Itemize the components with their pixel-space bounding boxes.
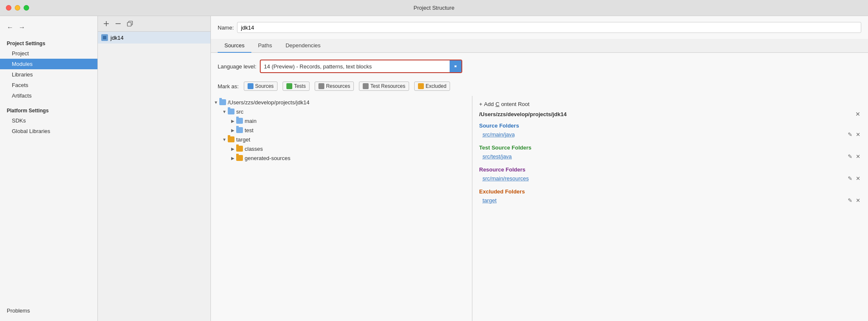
source-folder-path-0: src/main/java (483, 131, 515, 138)
test-source-folders-section: Test Source Folders src/test/java ✎ ✕ (479, 144, 861, 160)
sidebar-item-problems[interactable]: Problems (0, 304, 97, 316)
sidebar-item-facets-label: Facets (12, 82, 28, 88)
excluded-folder-edit-button-0[interactable]: ✎ (847, 197, 853, 204)
sidebar-divider2 (0, 136, 97, 140)
test-folder-path-0: src/test/java (483, 153, 512, 160)
excluded-folder-entry-0: target ✎ ✕ (479, 196, 861, 204)
excluded-folder-actions-0: ✎ ✕ (847, 197, 861, 204)
right-panel: Name: Sources Paths Dependencies Languag… (211, 16, 868, 321)
add-content-root-label: Add (484, 101, 494, 107)
tree-generated-arrow (229, 155, 236, 161)
mark-as-test-resources-label: Test Resources (370, 83, 405, 89)
mark-as-excluded-button[interactable]: Excluded (414, 82, 450, 91)
sidebar-item-artifacts-label: Artifacts (12, 92, 32, 99)
back-button[interactable]: ← (5, 23, 15, 32)
language-level-select[interactable]: 14 (Preview) - Records, patterns, text b… (261, 61, 450, 72)
sidebar-item-facets[interactable]: Facets (0, 80, 97, 90)
source-folder-edit-button-0[interactable]: ✎ (847, 131, 853, 138)
tree-item-test[interactable]: test (211, 125, 472, 135)
tree-item-src[interactable]: src (211, 107, 472, 116)
tree-root-item[interactable]: /Users/zzs/develop/projects/jdk14 (211, 98, 472, 107)
tree-src-label: src (236, 109, 243, 115)
test-folder-remove-button-0[interactable]: ✕ (855, 153, 861, 160)
language-level-select-wrapper[interactable]: 14 (Preview) - Records, patterns, text b… (260, 60, 462, 73)
sidebar-item-project[interactable]: Project (0, 48, 97, 59)
sidebar-item-modules[interactable]: Modules (0, 59, 97, 69)
language-level-arrow[interactable] (450, 60, 461, 72)
close-button[interactable] (6, 5, 11, 11)
add-content-root-underline-label: C (496, 101, 499, 107)
source-folder-remove-button-0[interactable]: ✕ (855, 131, 861, 138)
resource-folder-entry-0: src/main/resources ✎ ✕ (479, 174, 861, 182)
add-content-root-plus: + (479, 101, 483, 107)
minimize-button[interactable] (15, 5, 20, 11)
mark-as-sources-button[interactable]: Sources (244, 82, 278, 91)
tree-item-main[interactable]: main (211, 116, 472, 125)
mark-as-row: Mark as: Sources Tests Resources Test Re… (211, 80, 868, 96)
forward-button[interactable]: → (17, 23, 27, 32)
excluded-folder-remove-button-0[interactable]: ✕ (855, 197, 861, 204)
mark-as-resources-button[interactable]: Resources (315, 82, 354, 91)
nav-buttons: ← → (0, 21, 97, 37)
tree-main-arrow (229, 117, 236, 124)
mark-as-resources-label: Resources (326, 83, 350, 89)
mark-as-excluded-label: Excluded (426, 83, 446, 89)
sidebar-divider (0, 101, 97, 104)
resource-folder-remove-button-0[interactable]: ✕ (855, 175, 861, 182)
folder-icon-main (236, 118, 243, 124)
middle-panel: jdk14 (98, 16, 211, 321)
tree-item-target[interactable]: target (211, 135, 472, 144)
content-root-path-row: /Users/zzs/develop/projects/jdk14 ✕ (479, 111, 861, 117)
test-resources-icon (363, 83, 369, 89)
sdk-item-name: jdk14 (111, 35, 124, 41)
info-panel: + Add C ontent Root /Users/zzs/develop/p… (472, 96, 868, 321)
mark-as-test-resources-button[interactable]: Test Resources (359, 82, 409, 91)
resource-folder-actions-0: ✎ ✕ (847, 175, 861, 182)
remove-module-button[interactable] (113, 19, 123, 29)
content-root-close-button[interactable]: ✕ (855, 111, 861, 117)
svg-rect-3 (127, 22, 131, 26)
tab-paths[interactable]: Paths (251, 39, 279, 53)
tree-generated-label: generated-sources (245, 155, 290, 161)
maximize-button[interactable] (24, 5, 29, 11)
test-folder-entry-0: src/test/java ✎ ✕ (479, 152, 861, 160)
tree-test-arrow (229, 127, 236, 133)
tree-test-label: test (245, 127, 253, 133)
name-input[interactable] (237, 22, 861, 33)
sdk-list-item[interactable]: jdk14 (98, 32, 210, 44)
resource-folder-edit-button-0[interactable]: ✎ (847, 175, 853, 182)
mark-as-label: Mark as: (218, 83, 239, 90)
tree-item-generated-sources[interactable]: generated-sources (211, 153, 472, 163)
resources-icon (318, 83, 324, 89)
main-layout: ← → Project Settings Project Modules Lib… (0, 16, 868, 321)
language-level-row: Language level: 14 (Preview) - Records, … (211, 53, 868, 80)
test-source-folders-title: Test Source Folders (479, 144, 861, 151)
sidebar: ← → Project Settings Project Modules Lib… (0, 16, 98, 321)
tree-classes-arrow (229, 145, 236, 152)
sdk-icon (101, 34, 108, 41)
tree-target-arrow (221, 136, 228, 143)
sidebar-item-modules-label: Modules (12, 61, 32, 67)
tree-root-label: /Users/zzs/develop/projects/jdk14 (228, 99, 310, 106)
sidebar-item-libraries-label: Libraries (12, 71, 33, 78)
test-folder-edit-button-0[interactable]: ✎ (847, 153, 853, 160)
sidebar-item-artifacts[interactable]: Artifacts (0, 90, 97, 101)
tree-target-label: target (236, 136, 250, 143)
sidebar-item-sdks[interactable]: SDKs (0, 115, 97, 126)
sidebar-item-project-label: Project (12, 50, 29, 57)
sidebar-item-libraries[interactable]: Libraries (0, 69, 97, 80)
resource-folders-title: Resource Folders (479, 166, 861, 173)
tab-dependencies[interactable]: Dependencies (279, 39, 327, 53)
add-module-button[interactable] (101, 19, 111, 29)
source-folder-actions-0: ✎ ✕ (847, 131, 861, 138)
tree-item-classes[interactable]: classes (211, 144, 472, 153)
tree-panel[interactable]: /Users/zzs/develop/projects/jdk14 src ma… (211, 96, 472, 321)
copy-module-button[interactable] (125, 19, 135, 29)
folder-icon-test (236, 127, 243, 133)
tree-src-arrow (221, 108, 228, 115)
tab-sources[interactable]: Sources (218, 39, 251, 53)
sidebar-item-global-libraries[interactable]: Global Libraries (0, 126, 97, 136)
mark-as-tests-button[interactable]: Tests (283, 82, 310, 91)
add-content-root-button[interactable]: + Add C ontent Root (479, 101, 861, 107)
project-settings-label: Project Settings (0, 37, 97, 48)
